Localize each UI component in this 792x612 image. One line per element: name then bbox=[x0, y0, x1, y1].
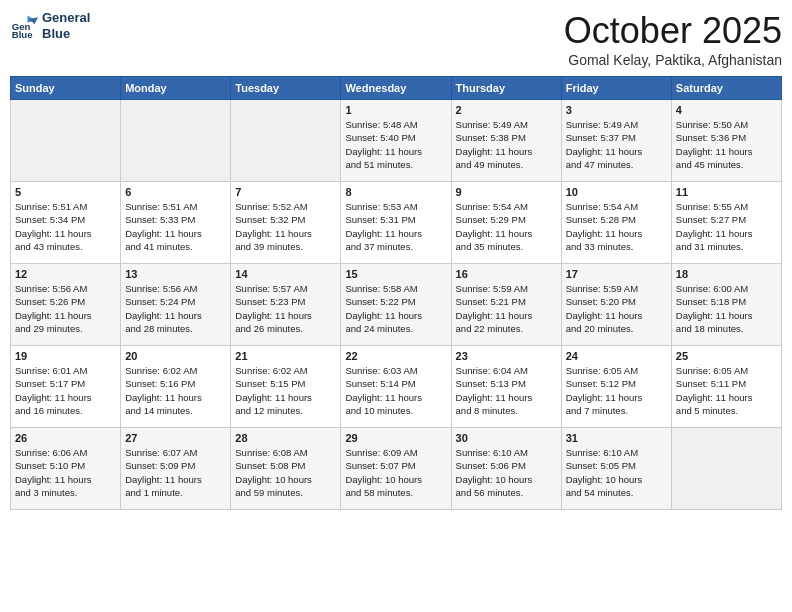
calendar-table: SundayMondayTuesdayWednesdayThursdayFrid… bbox=[10, 76, 782, 510]
day-info: Sunrise: 5:56 AMSunset: 5:24 PMDaylight:… bbox=[125, 282, 226, 335]
day-info: Sunrise: 6:05 AMSunset: 5:11 PMDaylight:… bbox=[676, 364, 777, 417]
title-area: October 2025 Gomal Kelay, Paktika, Afgha… bbox=[564, 10, 782, 68]
calendar-cell: 29Sunrise: 6:09 AMSunset: 5:07 PMDayligh… bbox=[341, 428, 451, 510]
day-number: 4 bbox=[676, 104, 777, 116]
day-info: Sunrise: 5:57 AMSunset: 5:23 PMDaylight:… bbox=[235, 282, 336, 335]
day-info: Sunrise: 5:55 AMSunset: 5:27 PMDaylight:… bbox=[676, 200, 777, 253]
day-info: Sunrise: 6:05 AMSunset: 5:12 PMDaylight:… bbox=[566, 364, 667, 417]
day-info: Sunrise: 5:49 AMSunset: 5:37 PMDaylight:… bbox=[566, 118, 667, 171]
subtitle: Gomal Kelay, Paktika, Afghanistan bbox=[564, 52, 782, 68]
calendar-cell: 28Sunrise: 6:08 AMSunset: 5:08 PMDayligh… bbox=[231, 428, 341, 510]
calendar-cell: 25Sunrise: 6:05 AMSunset: 5:11 PMDayligh… bbox=[671, 346, 781, 428]
day-header-sunday: Sunday bbox=[11, 77, 121, 100]
day-info: Sunrise: 6:00 AMSunset: 5:18 PMDaylight:… bbox=[676, 282, 777, 335]
calendar-cell: 6Sunrise: 5:51 AMSunset: 5:33 PMDaylight… bbox=[121, 182, 231, 264]
day-number: 27 bbox=[125, 432, 226, 444]
day-info: Sunrise: 6:09 AMSunset: 5:07 PMDaylight:… bbox=[345, 446, 446, 499]
logo-text-line1: General bbox=[42, 10, 90, 26]
day-number: 13 bbox=[125, 268, 226, 280]
calendar-cell: 8Sunrise: 5:53 AMSunset: 5:31 PMDaylight… bbox=[341, 182, 451, 264]
calendar-week-row: 5Sunrise: 5:51 AMSunset: 5:34 PMDaylight… bbox=[11, 182, 782, 264]
day-number: 17 bbox=[566, 268, 667, 280]
calendar-cell: 24Sunrise: 6:05 AMSunset: 5:12 PMDayligh… bbox=[561, 346, 671, 428]
header: Gen Blue General Blue October 2025 Gomal… bbox=[10, 10, 782, 68]
day-info: Sunrise: 6:10 AMSunset: 5:06 PMDaylight:… bbox=[456, 446, 557, 499]
day-number: 14 bbox=[235, 268, 336, 280]
day-number: 23 bbox=[456, 350, 557, 362]
day-number: 21 bbox=[235, 350, 336, 362]
calendar-header-row: SundayMondayTuesdayWednesdayThursdayFrid… bbox=[11, 77, 782, 100]
calendar-cell: 16Sunrise: 5:59 AMSunset: 5:21 PMDayligh… bbox=[451, 264, 561, 346]
day-info: Sunrise: 5:59 AMSunset: 5:21 PMDaylight:… bbox=[456, 282, 557, 335]
day-info: Sunrise: 5:56 AMSunset: 5:26 PMDaylight:… bbox=[15, 282, 116, 335]
svg-text:Blue: Blue bbox=[12, 29, 33, 40]
logo-text-line2: Blue bbox=[42, 26, 90, 42]
calendar-cell: 19Sunrise: 6:01 AMSunset: 5:17 PMDayligh… bbox=[11, 346, 121, 428]
day-number: 9 bbox=[456, 186, 557, 198]
day-number: 18 bbox=[676, 268, 777, 280]
calendar-cell: 26Sunrise: 6:06 AMSunset: 5:10 PMDayligh… bbox=[11, 428, 121, 510]
day-info: Sunrise: 5:52 AMSunset: 5:32 PMDaylight:… bbox=[235, 200, 336, 253]
day-number: 11 bbox=[676, 186, 777, 198]
day-number: 24 bbox=[566, 350, 667, 362]
calendar-cell: 14Sunrise: 5:57 AMSunset: 5:23 PMDayligh… bbox=[231, 264, 341, 346]
day-number: 3 bbox=[566, 104, 667, 116]
calendar-cell: 22Sunrise: 6:03 AMSunset: 5:14 PMDayligh… bbox=[341, 346, 451, 428]
calendar-cell: 12Sunrise: 5:56 AMSunset: 5:26 PMDayligh… bbox=[11, 264, 121, 346]
calendar-cell: 1Sunrise: 5:48 AMSunset: 5:40 PMDaylight… bbox=[341, 100, 451, 182]
calendar-cell: 18Sunrise: 6:00 AMSunset: 5:18 PMDayligh… bbox=[671, 264, 781, 346]
calendar-cell bbox=[231, 100, 341, 182]
day-number: 10 bbox=[566, 186, 667, 198]
day-number: 7 bbox=[235, 186, 336, 198]
day-number: 20 bbox=[125, 350, 226, 362]
day-info: Sunrise: 5:59 AMSunset: 5:20 PMDaylight:… bbox=[566, 282, 667, 335]
day-number: 29 bbox=[345, 432, 446, 444]
calendar-cell: 3Sunrise: 5:49 AMSunset: 5:37 PMDaylight… bbox=[561, 100, 671, 182]
day-number: 12 bbox=[15, 268, 116, 280]
day-info: Sunrise: 6:04 AMSunset: 5:13 PMDaylight:… bbox=[456, 364, 557, 417]
calendar-cell bbox=[121, 100, 231, 182]
calendar-cell: 30Sunrise: 6:10 AMSunset: 5:06 PMDayligh… bbox=[451, 428, 561, 510]
day-number: 15 bbox=[345, 268, 446, 280]
calendar-cell: 13Sunrise: 5:56 AMSunset: 5:24 PMDayligh… bbox=[121, 264, 231, 346]
day-number: 25 bbox=[676, 350, 777, 362]
day-header-saturday: Saturday bbox=[671, 77, 781, 100]
day-number: 30 bbox=[456, 432, 557, 444]
day-number: 16 bbox=[456, 268, 557, 280]
day-header-wednesday: Wednesday bbox=[341, 77, 451, 100]
day-number: 1 bbox=[345, 104, 446, 116]
calendar-cell: 15Sunrise: 5:58 AMSunset: 5:22 PMDayligh… bbox=[341, 264, 451, 346]
calendar-week-row: 19Sunrise: 6:01 AMSunset: 5:17 PMDayligh… bbox=[11, 346, 782, 428]
day-info: Sunrise: 6:02 AMSunset: 5:16 PMDaylight:… bbox=[125, 364, 226, 417]
calendar-week-row: 26Sunrise: 6:06 AMSunset: 5:10 PMDayligh… bbox=[11, 428, 782, 510]
day-info: Sunrise: 5:49 AMSunset: 5:38 PMDaylight:… bbox=[456, 118, 557, 171]
day-header-thursday: Thursday bbox=[451, 77, 561, 100]
calendar-cell: 17Sunrise: 5:59 AMSunset: 5:20 PMDayligh… bbox=[561, 264, 671, 346]
calendar-cell: 27Sunrise: 6:07 AMSunset: 5:09 PMDayligh… bbox=[121, 428, 231, 510]
day-number: 6 bbox=[125, 186, 226, 198]
day-info: Sunrise: 5:48 AMSunset: 5:40 PMDaylight:… bbox=[345, 118, 446, 171]
day-info: Sunrise: 5:58 AMSunset: 5:22 PMDaylight:… bbox=[345, 282, 446, 335]
day-info: Sunrise: 5:51 AMSunset: 5:33 PMDaylight:… bbox=[125, 200, 226, 253]
calendar-cell bbox=[11, 100, 121, 182]
logo-icon: Gen Blue bbox=[10, 12, 38, 40]
day-header-monday: Monday bbox=[121, 77, 231, 100]
day-info: Sunrise: 5:54 AMSunset: 5:29 PMDaylight:… bbox=[456, 200, 557, 253]
day-number: 8 bbox=[345, 186, 446, 198]
day-info: Sunrise: 6:03 AMSunset: 5:14 PMDaylight:… bbox=[345, 364, 446, 417]
calendar-cell: 9Sunrise: 5:54 AMSunset: 5:29 PMDaylight… bbox=[451, 182, 561, 264]
day-number: 28 bbox=[235, 432, 336, 444]
day-info: Sunrise: 5:53 AMSunset: 5:31 PMDaylight:… bbox=[345, 200, 446, 253]
day-info: Sunrise: 6:08 AMSunset: 5:08 PMDaylight:… bbox=[235, 446, 336, 499]
calendar-body: 1Sunrise: 5:48 AMSunset: 5:40 PMDaylight… bbox=[11, 100, 782, 510]
calendar-cell: 10Sunrise: 5:54 AMSunset: 5:28 PMDayligh… bbox=[561, 182, 671, 264]
day-header-friday: Friday bbox=[561, 77, 671, 100]
day-info: Sunrise: 5:50 AMSunset: 5:36 PMDaylight:… bbox=[676, 118, 777, 171]
calendar-cell: 7Sunrise: 5:52 AMSunset: 5:32 PMDaylight… bbox=[231, 182, 341, 264]
month-title: October 2025 bbox=[564, 10, 782, 52]
day-number: 22 bbox=[345, 350, 446, 362]
day-info: Sunrise: 6:06 AMSunset: 5:10 PMDaylight:… bbox=[15, 446, 116, 499]
calendar-cell: 4Sunrise: 5:50 AMSunset: 5:36 PMDaylight… bbox=[671, 100, 781, 182]
calendar-cell: 31Sunrise: 6:10 AMSunset: 5:05 PMDayligh… bbox=[561, 428, 671, 510]
calendar-week-row: 12Sunrise: 5:56 AMSunset: 5:26 PMDayligh… bbox=[11, 264, 782, 346]
